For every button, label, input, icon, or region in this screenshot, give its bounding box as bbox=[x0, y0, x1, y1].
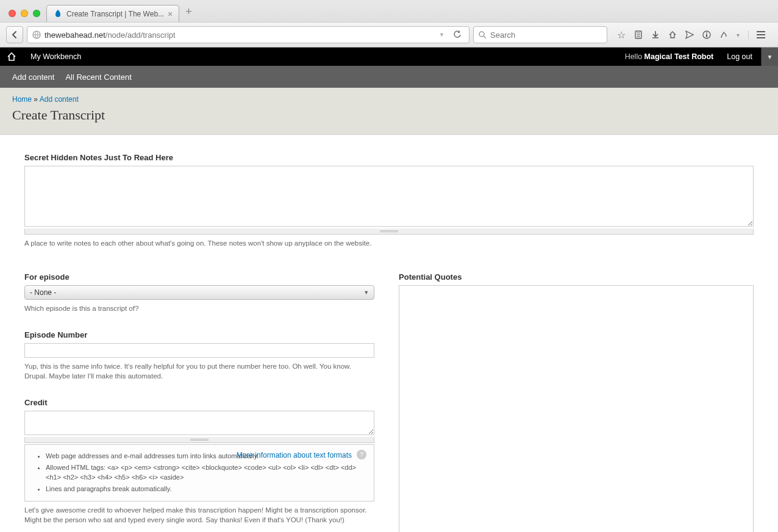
zoom-window-button[interactable] bbox=[33, 10, 40, 17]
potential-quotes-label: Potential Quotes bbox=[399, 272, 754, 282]
tab-bar: Create Transcript | The Web... × + bbox=[0, 0, 778, 22]
add-content-link[interactable]: Add content bbox=[12, 73, 54, 82]
search-bar[interactable] bbox=[473, 26, 607, 43]
episode-number-help: Yup, this is the same info twice. It's r… bbox=[24, 361, 374, 381]
svg-rect-9 bbox=[706, 34, 707, 37]
breadcrumb-home[interactable]: Home bbox=[12, 95, 32, 104]
secret-notes-textarea[interactable] bbox=[24, 166, 754, 227]
textarea-resize-handle[interactable] bbox=[24, 437, 374, 443]
url-text: thewebahead.net/node/add/transcript bbox=[45, 30, 435, 40]
search-icon bbox=[479, 31, 487, 39]
home-icon[interactable] bbox=[668, 30, 677, 39]
admin-toolbar: My Workbench Hello Magical Test Robot Lo… bbox=[0, 48, 778, 66]
new-tab-button[interactable]: + bbox=[185, 5, 192, 18]
bookmark-star-icon[interactable]: ☆ bbox=[617, 29, 626, 41]
toolbar-icons: ☆ ▾ bbox=[611, 29, 772, 41]
format-tip: Allowed HTML tags: <a> <p> <em> <strong>… bbox=[46, 463, 364, 483]
browser-tab[interactable]: Create Transcript | The Web... × bbox=[46, 5, 179, 22]
admin-subbar: Add content All Recent Content bbox=[0, 66, 778, 88]
admin-home-icon[interactable] bbox=[0, 48, 23, 66]
hello-user: Hello Magical Test Robot bbox=[620, 52, 719, 61]
back-button[interactable] bbox=[6, 26, 23, 43]
drupal-favicon bbox=[53, 9, 63, 19]
breadcrumb-add-content[interactable]: Add content bbox=[40, 95, 79, 104]
minimize-window-button[interactable] bbox=[21, 10, 28, 17]
for-episode-help: Which episode is this a transcript of? bbox=[24, 303, 374, 313]
credit-help: Let's give awesome credit to whoever hel… bbox=[24, 505, 374, 525]
globe-icon bbox=[32, 30, 41, 39]
episode-number-input[interactable] bbox=[24, 343, 374, 358]
secret-notes-field: Secret Hidden Notes Just To Read Here A … bbox=[24, 153, 754, 248]
secret-notes-help: A place to write notes to each other abo… bbox=[24, 238, 754, 248]
textarea-resize-handle[interactable] bbox=[24, 229, 754, 235]
reload-icon[interactable] bbox=[451, 30, 464, 39]
for-episode-label: For episode bbox=[24, 272, 374, 282]
logout-link[interactable]: Log out bbox=[718, 52, 761, 61]
menu-icon[interactable] bbox=[748, 30, 766, 39]
tab-title: Create Transcript | The Web... bbox=[66, 10, 164, 18]
window-controls bbox=[9, 10, 40, 17]
toolbar-toggle-icon[interactable]: ▼ bbox=[761, 48, 778, 66]
address-bar[interactable]: thewebahead.net/node/add/transcript ▼ bbox=[27, 26, 469, 43]
downloads-icon[interactable] bbox=[651, 30, 660, 39]
for-episode-value: - None - bbox=[30, 288, 56, 297]
potential-quotes-field: Potential Quotes bbox=[399, 272, 754, 532]
svg-point-8 bbox=[706, 32, 707, 34]
info-icon[interactable] bbox=[702, 30, 711, 39]
potential-quotes-textarea[interactable] bbox=[399, 285, 754, 532]
svg-point-1 bbox=[479, 32, 484, 37]
browser-chrome: Create Transcript | The Web... × + thewe… bbox=[0, 0, 778, 48]
tab-close-icon[interactable]: × bbox=[168, 9, 173, 19]
text-format-box: More information about text formats ? We… bbox=[24, 444, 374, 502]
browser-toolbar: thewebahead.net/node/add/transcript ▼ ☆ … bbox=[0, 22, 778, 47]
header-region: Home » Add content Create Transcript bbox=[0, 88, 778, 135]
breadcrumb: Home » Add content bbox=[12, 95, 766, 104]
search-input[interactable] bbox=[490, 30, 602, 40]
svg-line-2 bbox=[484, 36, 486, 38]
chevron-down-icon: ▼ bbox=[363, 289, 369, 296]
extension-icon[interactable] bbox=[719, 30, 728, 39]
close-window-button[interactable] bbox=[9, 10, 16, 17]
page-title: Create Transcript bbox=[12, 107, 766, 123]
url-dropdown-icon[interactable]: ▼ bbox=[439, 32, 447, 38]
for-episode-field: For episode - None - ▼ Which episode is … bbox=[24, 272, 374, 313]
credit-label: Credit bbox=[24, 398, 374, 407]
episode-number-label: Episode Number bbox=[24, 330, 374, 339]
send-icon[interactable] bbox=[685, 30, 694, 39]
episode-number-field: Episode Number Yup, this is the same inf… bbox=[24, 330, 374, 381]
all-recent-content-link[interactable]: All Recent Content bbox=[65, 73, 131, 82]
content: Secret Hidden Notes Just To Read Here A … bbox=[0, 135, 778, 532]
help-icon[interactable]: ? bbox=[357, 450, 366, 459]
more-info-link[interactable]: More information about text formats bbox=[237, 451, 352, 459]
format-tip: Lines and paragraphs break automatically… bbox=[46, 484, 364, 494]
credit-textarea[interactable] bbox=[24, 411, 374, 435]
chevron-down-icon[interactable]: ▾ bbox=[737, 32, 740, 38]
for-episode-select[interactable]: - None - ▼ bbox=[24, 285, 374, 300]
secret-notes-label: Secret Hidden Notes Just To Read Here bbox=[24, 153, 754, 162]
credit-field: Credit More information about text forma… bbox=[24, 398, 374, 525]
my-workbench-link[interactable]: My Workbench bbox=[23, 48, 88, 66]
reader-icon[interactable] bbox=[634, 30, 643, 39]
